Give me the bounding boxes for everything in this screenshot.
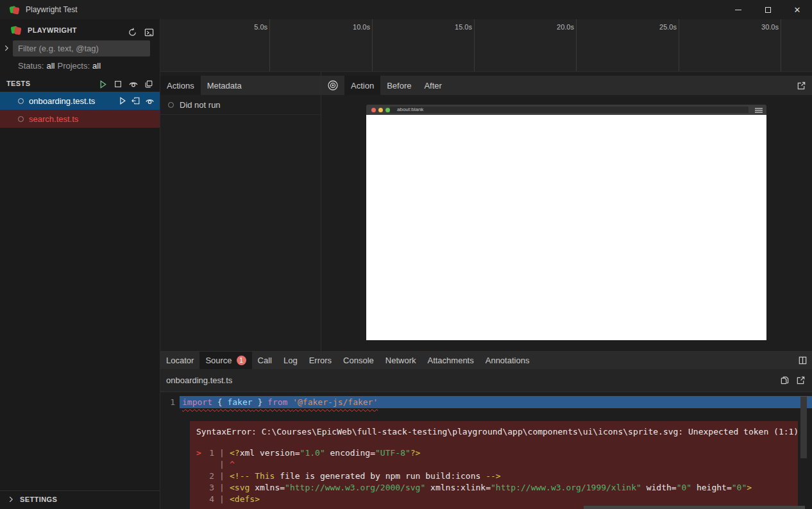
test-list: onboarding.test.ts xyxy=(0,92,160,128)
reload-tests-button[interactable] xyxy=(125,25,139,39)
close-button[interactable]: ✕ xyxy=(782,0,812,19)
window-title: Playwright Test xyxy=(26,5,77,14)
actions-tabbar: Actions Metadata xyxy=(160,76,321,95)
filter-expand-chevron-icon[interactable] xyxy=(0,44,13,53)
tab-annotations[interactable]: Annotations xyxy=(480,352,536,369)
minimize-icon xyxy=(735,10,741,10)
tab-source[interactable]: Source 1 xyxy=(199,352,251,369)
timeline-tick-label: 25.0s xyxy=(659,23,677,31)
playwright-logo-icon xyxy=(9,4,20,15)
did-not-run-text: Did not run xyxy=(180,100,221,110)
frame-marker xyxy=(196,482,205,494)
tab-network[interactable]: Network xyxy=(380,352,422,369)
popout-snapshot-button[interactable] xyxy=(797,76,806,95)
tab-action-label: Action xyxy=(351,81,374,91)
settings-section[interactable]: SETTINGS xyxy=(0,490,160,507)
tab-console-label: Console xyxy=(343,356,374,365)
frame-row: 3 | <svg xmlns="http://www.w3.org/2000/s… xyxy=(196,482,791,494)
refresh-icon xyxy=(128,28,137,37)
titlebar: Playwright Test ✕ xyxy=(0,0,812,19)
traffic-light-yellow-icon xyxy=(378,108,383,112)
browser-menu-icon xyxy=(755,108,763,114)
filter-row xyxy=(0,40,160,56)
horizontal-scrollbar[interactable] xyxy=(584,506,805,509)
address-url: about:blank xyxy=(397,107,423,113)
frame-row: | ^ xyxy=(196,459,791,470)
tab-attachments[interactable]: Attachments xyxy=(421,352,479,369)
frame-line-number: 2 xyxy=(205,470,214,482)
watch-test-button[interactable] xyxy=(145,96,155,106)
show-source-button[interactable] xyxy=(131,96,140,105)
frame-row: > 1 | <?xml version="1.0" encoding="UTF-… xyxy=(196,447,791,459)
pick-locator-button[interactable] xyxy=(321,76,344,95)
not-run-circle-icon xyxy=(168,102,174,108)
minimize-button[interactable] xyxy=(723,0,753,19)
watch-all-button[interactable] xyxy=(126,77,140,91)
maximize-button[interactable] xyxy=(753,0,782,19)
frame-marker xyxy=(196,459,205,470)
error-code-frame: > 1 | <?xml version="1.0" encoding="UTF-… xyxy=(196,447,791,505)
split-view-button[interactable] xyxy=(798,352,808,369)
timeline-tick-label: 30.0s xyxy=(761,23,779,31)
tab-errors[interactable]: Errors xyxy=(303,352,337,369)
frame-pipe: | xyxy=(214,494,230,505)
test-row-onboarding[interactable]: onboarding.test.ts xyxy=(0,92,160,110)
settings-label: SETTINGS xyxy=(20,496,57,503)
timeline-tick-label: 20.0s xyxy=(557,23,574,31)
source-error-badge: 1 xyxy=(237,356,246,365)
frame-marker xyxy=(196,470,205,482)
stop-button[interactable] xyxy=(111,77,125,91)
browser-chrome: about:blank xyxy=(366,105,766,115)
source-code-view[interactable]: 1 import { faker } from '@faker-js/faker… xyxy=(160,393,812,509)
traffic-light-green-icon xyxy=(385,108,390,112)
tab-action[interactable]: Action xyxy=(344,76,380,95)
stop-square-icon xyxy=(114,80,123,89)
tab-call[interactable]: Call xyxy=(252,352,278,369)
source-toolbar: onboarding.test.ts xyxy=(160,369,812,392)
tab-metadata[interactable]: Metadata xyxy=(201,76,248,95)
run-all-button[interactable] xyxy=(96,77,110,91)
test-status-circle-icon xyxy=(18,116,24,122)
timeline-gridline: 10.0s xyxy=(372,19,373,71)
vertical-scrollbar[interactable] xyxy=(800,397,807,458)
collapse-all-button[interactable] xyxy=(142,77,156,91)
status-value: all xyxy=(46,61,55,71)
frame-marker: > xyxy=(196,447,205,459)
playwright-masks-icon xyxy=(10,24,22,36)
frame-code: <defs> xyxy=(230,494,260,505)
play-icon xyxy=(98,80,108,89)
open-source-external-button[interactable] xyxy=(796,375,806,385)
tab-log-label: Log xyxy=(283,356,298,365)
run-test-button[interactable] xyxy=(118,96,127,105)
test-row-search[interactable]: search.test.ts xyxy=(0,110,160,128)
filter-input[interactable] xyxy=(13,40,150,56)
playwright-section-header: PLAYWRIGHT xyxy=(0,21,160,39)
tab-locator[interactable]: Locator xyxy=(160,352,199,369)
projects-label: Projects: xyxy=(57,61,90,71)
tab-after[interactable]: After xyxy=(418,76,448,95)
frame-pipe: | xyxy=(214,470,230,482)
projects-value: all xyxy=(92,61,101,71)
tab-errors-label: Errors xyxy=(309,356,332,365)
test-file-name: onboarding.test.ts xyxy=(29,96,95,106)
tab-console[interactable]: Console xyxy=(337,352,380,369)
frame-pipe: | xyxy=(214,459,230,470)
status-label: Status: xyxy=(18,61,44,71)
frame-line-number xyxy=(205,459,214,470)
terminal-icon xyxy=(144,28,154,37)
tab-actions-label: Actions xyxy=(167,81,194,91)
tab-actions[interactable]: Actions xyxy=(160,76,201,95)
open-terminal-button[interactable] xyxy=(142,25,156,39)
target-icon xyxy=(327,80,339,91)
source-filename: onboarding.test.ts xyxy=(166,375,232,385)
frame-pipe: | xyxy=(214,482,230,494)
tab-annotations-label: Annotations xyxy=(486,356,530,365)
tab-log[interactable]: Log xyxy=(278,352,303,369)
copy-source-button[interactable] xyxy=(780,375,790,385)
traffic-light-red-icon xyxy=(371,108,376,112)
snapshot-tabbar: Action Before After xyxy=(321,76,812,95)
split-view-icon xyxy=(798,356,808,365)
playwright-ui-window: Playwright Test ✕ PLAYWRIGHT xyxy=(0,0,812,509)
timeline[interactable]: 5.0s 10.0s 15.0s 20.0s 25.0s 30.0s xyxy=(160,19,812,72)
tab-before[interactable]: Before xyxy=(380,76,418,95)
